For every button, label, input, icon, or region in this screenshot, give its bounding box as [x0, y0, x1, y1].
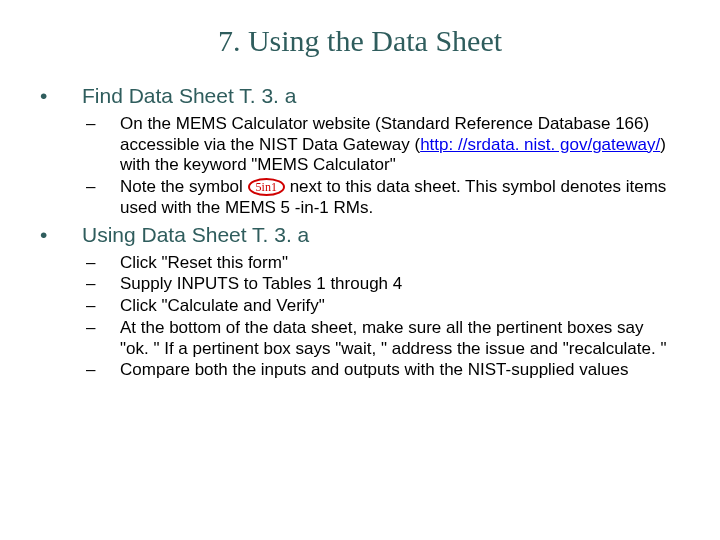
- list-item-text: Click "Calculate and Verify": [120, 296, 680, 317]
- section-1-heading: Find Data Sheet T. 3. a: [82, 84, 296, 108]
- list-item-text: Compare both the inputs and outputs with…: [120, 360, 680, 381]
- list-item: – Click "Reset this form": [40, 253, 680, 274]
- dash-icon: –: [40, 253, 120, 274]
- dash-icon: –: [40, 360, 120, 381]
- section-1-heading-row: • Find Data Sheet T. 3. a: [40, 84, 680, 108]
- section-2-heading: Using Data Sheet T. 3. a: [82, 223, 309, 247]
- list-item: – At the bottom of the data sheet, make …: [40, 318, 680, 359]
- list-item: – Click "Calculate and Verify": [40, 296, 680, 317]
- dash-icon: –: [40, 274, 120, 295]
- dash-icon: –: [40, 318, 120, 359]
- list-item: – Note the symbol 5in1 next to this data…: [40, 177, 680, 218]
- dash-icon: –: [40, 296, 120, 317]
- section-2-heading-row: • Using Data Sheet T. 3. a: [40, 223, 680, 247]
- list-item: – Compare both the inputs and outputs wi…: [40, 360, 680, 381]
- list-item-text: Supply INPUTS to Tables 1 through 4: [120, 274, 680, 295]
- dash-icon: –: [40, 177, 120, 218]
- list-item-text: On the MEMS Calculator website (Standard…: [120, 114, 680, 176]
- gateway-link[interactable]: http: //srdata. nist. gov/gateway/: [420, 135, 660, 154]
- bullet-icon: •: [40, 84, 82, 108]
- slide-title: 7. Using the Data Sheet: [40, 24, 680, 58]
- list-item: – On the MEMS Calculator website (Standa…: [40, 114, 680, 176]
- slide: 7. Using the Data Sheet • Find Data Shee…: [0, 0, 720, 381]
- list-item-text: Click "Reset this form": [120, 253, 680, 274]
- list-item: – Supply INPUTS to Tables 1 through 4: [40, 274, 680, 295]
- text-fragment: Note the symbol: [120, 177, 248, 196]
- list-item-text: At the bottom of the data sheet, make su…: [120, 318, 680, 359]
- bullet-icon: •: [40, 223, 82, 247]
- dash-icon: –: [40, 114, 120, 176]
- list-item-text: Note the symbol 5in1 next to this data s…: [120, 177, 680, 218]
- five-in-one-icon: 5in1: [248, 178, 285, 196]
